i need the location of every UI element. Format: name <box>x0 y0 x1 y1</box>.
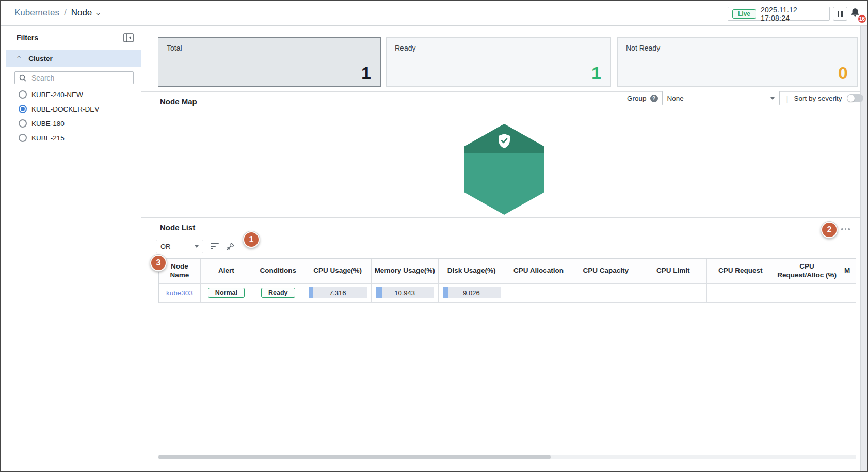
card-value: 1 <box>591 63 601 83</box>
col-alert[interactable]: Alert <box>201 259 252 284</box>
cell-memory-usage: 10.943 <box>372 284 439 303</box>
col-conditions[interactable]: Conditions <box>252 259 304 284</box>
group-select-value: None <box>667 95 684 102</box>
filters-title: Filters <box>17 34 38 42</box>
divider <box>141 217 860 218</box>
chevron-up-icon: ⌃ <box>15 55 23 62</box>
breadcrumb-current[interactable]: Node <box>71 8 92 18</box>
cell-alert: Normal <box>201 284 252 303</box>
horizontal-scrollbar[interactable] <box>158 455 856 459</box>
node-list-title: Node List <box>160 223 195 232</box>
cell-cpu-usage: 7.316 <box>304 284 372 303</box>
cluster-option-kube-docker-dev[interactable]: KUBE-DOCKER-DEV <box>6 102 141 116</box>
card-label: Total <box>167 44 182 52</box>
node-map-controls: Group ? None | Sort by severity <box>627 91 863 105</box>
help-icon[interactable]: ? <box>650 95 658 102</box>
cell-cpu-request <box>707 284 774 303</box>
cluster-option-label: KUBE-180 <box>31 120 65 128</box>
cell-disk-usage: 9.026 <box>439 284 505 303</box>
memory-usage-value: 10.943 <box>394 289 415 297</box>
card-not-ready[interactable]: Not Ready 0 <box>617 37 858 87</box>
more-options-button[interactable] <box>841 226 853 233</box>
node-list-table: Node Name Alert Conditions CPU Usage(%) … <box>158 258 856 303</box>
col-memory-usage[interactable]: Memory Usage(%) <box>372 259 439 284</box>
scrollbar-thumb[interactable] <box>158 455 551 459</box>
pause-button[interactable] <box>833 7 847 21</box>
cluster-option-label: KUBE-240-NEW <box>31 91 83 99</box>
card-ready[interactable]: Ready 1 <box>386 37 611 87</box>
usage-bar-fill <box>376 287 382 298</box>
card-label: Not Ready <box>626 44 660 52</box>
col-cpu-request-alloc[interactable]: CPU Request/Alloc (%) <box>774 259 840 284</box>
notification-bell[interactable]: 16 <box>849 7 864 22</box>
radio-icon <box>19 90 27 99</box>
col-clipped[interactable]: M <box>840 259 856 284</box>
cluster-option-label: KUBE-215 <box>31 134 65 142</box>
collapse-panel-icon[interactable] <box>123 33 134 42</box>
group-label: Group <box>627 95 647 102</box>
sidebar-section-cluster[interactable]: ⌃ Cluster <box>6 50 141 67</box>
section-label: Cluster <box>28 55 53 62</box>
card-value: 1 <box>361 63 371 83</box>
cell-clipped <box>840 284 856 303</box>
filter-lines-icon[interactable] <box>211 242 220 250</box>
cell-cpu-limit <box>639 284 707 303</box>
cluster-option-kube-180[interactable]: KUBE-180 <box>6 116 141 131</box>
sort-by-severity-label: Sort by severity <box>794 95 842 102</box>
table-row: kube303 Normal Ready 7.316 10.943 9.026 <box>159 284 856 303</box>
pin-icon[interactable] <box>226 242 235 251</box>
cell-cpu-allocation <box>505 284 573 303</box>
filters-header: Filters <box>6 26 141 50</box>
card-total[interactable]: Total 1 <box>158 37 381 87</box>
col-cpu-limit[interactable]: CPU Limit <box>639 259 707 284</box>
cell-cpu-capacity <box>572 284 639 303</box>
breadcrumb: Kubernetes / Node ⌄ <box>14 1 101 25</box>
col-cpu-usage[interactable]: CPU Usage(%) <box>304 259 372 284</box>
col-cpu-capacity[interactable]: CPU Capacity <box>572 259 639 284</box>
cell-node-name: kube303 <box>159 284 201 303</box>
notification-count-badge: 16 <box>858 14 866 23</box>
filters-sidebar: Filters ⌃ Cluster KUBE-240-NEW <box>6 26 141 469</box>
filter-operator-value: OR <box>160 243 171 250</box>
breadcrumb-app[interactable]: Kubernetes <box>14 8 59 18</box>
kubernetes-node-dashboard: Kubernetes / Node ⌄ Live 2025.11.12 17:0… <box>0 0 868 472</box>
timestamp: 2025.11.12 17:08:24 <box>761 6 825 22</box>
cluster-option-label: KUBE-DOCKER-DEV <box>31 105 99 113</box>
cluster-search[interactable] <box>14 71 134 84</box>
annotation-3: 3 <box>150 255 167 271</box>
radio-icon <box>19 119 27 128</box>
node-hexagon[interactable] <box>464 124 544 215</box>
cell-conditions: Ready <box>252 284 304 303</box>
cpu-usage-value: 7.316 <box>329 289 346 297</box>
alert-badge: Normal <box>208 288 245 298</box>
annotation-1: 1 <box>243 231 260 248</box>
card-value: 0 <box>838 63 848 83</box>
live-time-box[interactable]: Live 2025.11.12 17:08:24 <box>728 7 830 21</box>
group-select[interactable]: None <box>662 91 780 105</box>
cluster-option-kube-240-new[interactable]: KUBE-240-NEW <box>6 87 141 102</box>
top-bar: Kubernetes / Node ⌄ Live 2025.11.12 17:0… <box>1 1 867 26</box>
table-header-row: Node Name Alert Conditions CPU Usage(%) … <box>159 259 856 284</box>
usage-bar-fill <box>309 287 313 298</box>
chevron-down-icon[interactable]: ⌄ <box>94 9 102 17</box>
annotation-2: 2 <box>821 222 838 238</box>
live-badge: Live <box>732 9 756 19</box>
node-link[interactable]: kube303 <box>166 289 193 297</box>
cluster-option-kube-215[interactable]: KUBE-215 <box>6 131 141 145</box>
conditions-badge: Ready <box>261 288 295 298</box>
search-icon <box>19 74 26 82</box>
col-cpu-request[interactable]: CPU Request <box>707 259 774 284</box>
disk-usage-value: 9.026 <box>463 289 480 297</box>
radio-icon-selected <box>19 105 27 113</box>
filter-operator-select[interactable]: OR <box>156 240 203 253</box>
chevron-down-icon <box>770 97 775 100</box>
search-input[interactable] <box>30 73 129 83</box>
sort-by-severity-toggle[interactable] <box>847 94 863 102</box>
col-cpu-allocation[interactable]: CPU Allocation <box>505 259 573 284</box>
col-disk-usage[interactable]: Disk Usage(%) <box>439 259 505 284</box>
cell-cpu-request-alloc <box>774 284 840 303</box>
chevron-down-icon <box>195 245 199 248</box>
usage-bar-fill <box>443 287 448 298</box>
radio-icon <box>19 134 27 142</box>
card-label: Ready <box>395 44 415 52</box>
